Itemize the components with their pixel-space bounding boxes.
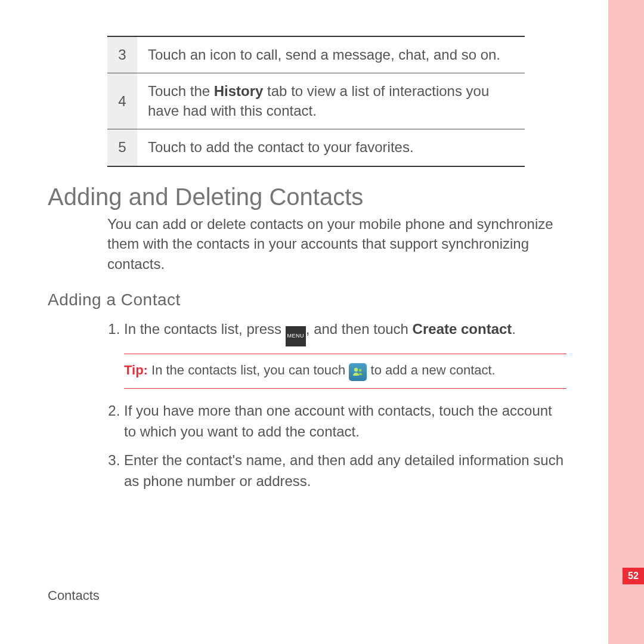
subsection-heading: Adding a Contact	[48, 290, 590, 309]
table-row: 4 Touch the History tab to view a list o…	[107, 73, 525, 129]
svg-point-0	[354, 368, 358, 371]
step-text: Touch to add the contact to your favorit…	[137, 129, 525, 165]
svg-point-1	[359, 369, 362, 371]
instr-text-post: .	[512, 321, 516, 337]
menu-icon: MENU	[286, 326, 306, 346]
list-item: Enter the contact's name, and then add a…	[124, 450, 566, 492]
section-body: You can add or delete contacts on your m…	[107, 214, 566, 274]
step-text-pre: Touch the	[148, 83, 214, 99]
page-number-badge: 52	[623, 568, 644, 584]
instruction-list: In the contacts list, press MENU, and th…	[107, 319, 566, 492]
step-text: Touch an icon to call, send a message, c…	[137, 37, 525, 73]
table-row: 5 Touch to add the contact to your favor…	[107, 129, 525, 165]
tip-text-post: to add a new contact.	[367, 363, 495, 377]
list-item: If you have more than one account with c…	[124, 401, 566, 442]
tip-label: Tip:	[124, 363, 148, 377]
instr-text-mid: , and then touch	[306, 321, 413, 337]
list-item: In the contacts list, press MENU, and th…	[124, 319, 566, 389]
instr-text-pre: In the contacts list, press	[124, 321, 286, 337]
tip-callout: Tip: In the contacts list, you can touch…	[124, 354, 566, 389]
step-text-bold: History	[214, 83, 264, 99]
add-contact-icon	[349, 363, 367, 381]
tip-text-pre: In the contacts list, you can touch	[148, 363, 349, 377]
section-heading: Adding and Deleting Contacts	[48, 184, 590, 210]
step-text: Touch the History tab to view a list of …	[137, 73, 525, 129]
step-number: 5	[107, 129, 137, 165]
steps-table: 3 Touch an icon to call, send a message,…	[107, 36, 525, 167]
table-row: 3 Touch an icon to call, send a message,…	[107, 37, 525, 73]
page-content: 3 Touch an icon to call, send a message,…	[48, 36, 590, 500]
side-strip: 52	[608, 0, 644, 644]
instr-text-bold: Create contact	[413, 321, 512, 337]
footer-section-label: Contacts	[48, 588, 100, 603]
step-number: 4	[107, 73, 137, 129]
step-number: 3	[107, 37, 137, 73]
